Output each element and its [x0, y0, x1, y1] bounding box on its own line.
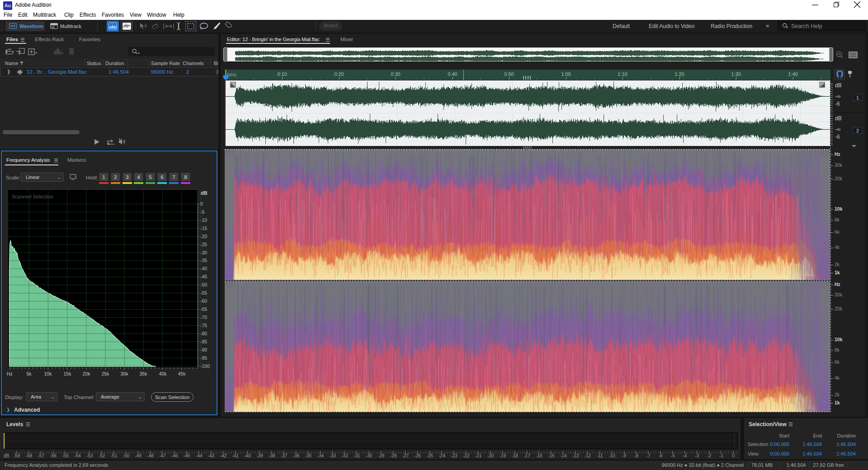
svg-text:-75: -75 — [200, 323, 207, 328]
svg-text:40k: 40k — [159, 371, 167, 376]
svg-text:dB: dB — [201, 190, 208, 196]
svg-text:-30: -30 — [200, 250, 207, 255]
svg-text:5k: 5k — [26, 371, 32, 376]
svg-text:-35: -35 — [200, 258, 207, 263]
svg-text:Scanned Selection: Scanned Selection — [12, 194, 53, 199]
svg-text:-85: -85 — [200, 339, 207, 344]
svg-text:25k: 25k — [102, 371, 110, 376]
svg-text:30k: 30k — [121, 371, 129, 376]
svg-text:45k: 45k — [178, 371, 186, 376]
svg-text:-100: -100 — [200, 363, 210, 369]
svg-text:-80: -80 — [200, 331, 207, 336]
svg-text:-60: -60 — [200, 298, 207, 304]
svg-text:-50: -50 — [200, 282, 207, 287]
svg-text:15k: 15k — [64, 371, 72, 376]
svg-text:-70: -70 — [200, 315, 207, 320]
svg-text:-5: -5 — [200, 209, 204, 215]
svg-text:35k: 35k — [140, 371, 148, 376]
svg-text:0: 0 — [200, 201, 203, 207]
svg-text:10k: 10k — [44, 371, 52, 376]
svg-text:-90: -90 — [200, 347, 207, 352]
svg-text:-15: -15 — [200, 226, 207, 231]
svg-text:-10: -10 — [200, 217, 207, 223]
svg-text:-20: -20 — [200, 234, 207, 239]
svg-text:-55: -55 — [200, 290, 207, 296]
svg-text:-40: -40 — [200, 266, 207, 271]
svg-text:-95: -95 — [200, 355, 207, 361]
svg-text:-25: -25 — [200, 242, 207, 247]
svg-text:Hz: Hz — [7, 371, 13, 376]
svg-text:20k: 20k — [83, 371, 91, 376]
svg-text:-45: -45 — [200, 274, 207, 279]
svg-text:-65: -65 — [200, 306, 207, 312]
